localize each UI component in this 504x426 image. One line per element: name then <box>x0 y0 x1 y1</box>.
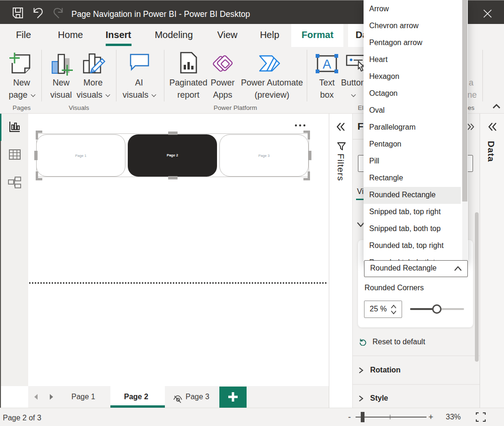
svg-text:A: A <box>323 57 331 71</box>
